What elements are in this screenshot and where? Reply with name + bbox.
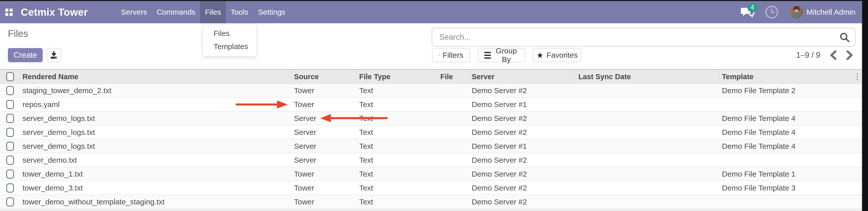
import-button[interactable] — [46, 48, 61, 62]
window-right-edge — [862, 0, 868, 211]
table-row[interactable]: tower_demo_3.txt Tower Text Demo Server … — [0, 181, 862, 195]
cell-source: Tower — [292, 195, 357, 208]
dropdown-item-templates[interactable]: Templates — [203, 40, 256, 53]
row-checkbox[interactable] — [6, 114, 14, 123]
table-row[interactable]: tower_demo_without_template_staging.txt … — [0, 195, 862, 209]
group-by-icon — [484, 52, 491, 59]
nav-item-tools[interactable]: Tools — [226, 1, 253, 23]
user-name[interactable]: Mitchell Admin — [807, 8, 855, 17]
table-header: Rendered Name Source File Type File Serv… — [0, 69, 862, 84]
search-bar — [432, 28, 855, 47]
cell-last-sync-date — [576, 153, 720, 167]
pager-next-button[interactable] — [846, 50, 854, 60]
cell-file-type: Text — [357, 195, 438, 208]
row-checkbox-cell — [0, 140, 20, 153]
column-header-file[interactable]: File — [438, 70, 469, 84]
column-header-rendered-name[interactable]: Rendered Name — [20, 70, 292, 84]
row-checkbox[interactable] — [6, 156, 14, 165]
optional-columns-icon[interactable] — [857, 73, 858, 80]
cell-server: Demo Server #2 — [469, 125, 576, 139]
cell-rendered-name: server_demo_logs.txt — [20, 125, 292, 139]
cell-rendered-name: server_demo_logs.txt — [20, 112, 292, 125]
table-row[interactable]: staging_tower_demo_2.txt Tower Text Demo… — [0, 84, 862, 98]
table-row[interactable]: server_demo.txt Server Text Demo Server … — [0, 153, 862, 167]
brand-title[interactable]: Cetmix Tower — [21, 1, 88, 23]
nav-item-commands[interactable]: Commands — [152, 1, 200, 23]
nav-item-settings[interactable]: Settings — [253, 1, 290, 23]
cell-template — [720, 153, 862, 167]
search-input[interactable] — [432, 28, 855, 47]
page-title: Files — [8, 28, 28, 39]
cell-file-type: Text — [357, 84, 438, 97]
cell-file — [438, 167, 469, 181]
cell-file-type: Text — [357, 181, 438, 194]
search-icon[interactable] — [839, 32, 850, 42]
column-header-source[interactable]: Source — [292, 70, 357, 84]
apps-grid-icon[interactable] — [5, 1, 13, 23]
cell-rendered-name: tower_demo_1.txt — [20, 167, 292, 181]
row-checkbox[interactable] — [6, 170, 14, 179]
nav-item-servers[interactable]: Servers — [116, 1, 152, 23]
cell-source: Tower — [292, 181, 357, 194]
window-top-edge — [0, 0, 868, 1]
pagination-range: 1–9 / 9 — [796, 51, 820, 60]
cell-source: Server — [292, 125, 357, 139]
cell-source: Tower — [292, 167, 357, 181]
row-checkbox[interactable] — [6, 197, 14, 206]
column-header-file-type[interactable]: File Type — [357, 70, 438, 84]
navbar-systray: 4 Mitchell Admin — [741, 1, 855, 23]
favorites-button[interactable]: ★ Favorites — [533, 48, 581, 62]
cell-server: Demo Server #2 — [469, 112, 576, 125]
cell-template: Demo File Template 4 — [720, 140, 862, 153]
column-header-server[interactable]: Server — [469, 70, 576, 84]
row-checkbox-cell — [0, 125, 20, 139]
cell-file-type: Text — [357, 112, 438, 125]
messages-count-badge: 4 — [747, 3, 757, 12]
filter-funnel-icon — [439, 52, 440, 59]
row-checkbox[interactable] — [6, 183, 14, 192]
nav-item-files[interactable]: Files — [200, 1, 226, 23]
dropdown-item-files[interactable]: Files — [203, 27, 256, 40]
row-checkbox[interactable] — [6, 128, 14, 137]
cell-rendered-name: server_demo_logs.txt — [20, 140, 292, 153]
cell-template: Demo File Template 2 — [720, 84, 862, 97]
cell-last-sync-date — [576, 167, 720, 181]
messages-icon[interactable]: 4 — [741, 6, 754, 18]
select-all-checkbox[interactable] — [6, 72, 14, 81]
create-button[interactable]: Create — [8, 48, 43, 62]
row-checkbox[interactable] — [6, 142, 14, 151]
column-header-last-sync-date[interactable]: Last Sync Date — [576, 70, 720, 84]
user-avatar[interactable] — [790, 6, 803, 19]
group-by-button[interactable]: Group By — [478, 48, 525, 62]
filters-button[interactable]: Filters — [432, 48, 470, 62]
cell-last-sync-date — [576, 112, 720, 125]
table-row[interactable]: server_demo_logs.txt Server Text Demo Se… — [0, 140, 862, 153]
select-all-checkbox-cell — [0, 70, 20, 84]
cell-last-sync-date — [576, 84, 720, 97]
cell-file — [438, 125, 469, 139]
table-row[interactable]: server_demo_logs.txt Server Text Demo Se… — [0, 112, 862, 125]
bottom-strip — [0, 209, 862, 211]
pager-previous-button[interactable] — [829, 50, 837, 60]
cell-file — [438, 112, 469, 125]
activities-clock-icon[interactable] — [765, 5, 779, 19]
table-row[interactable]: server_demo_logs.txt Server Text Demo Se… — [0, 125, 862, 140]
app-window: Cetmix Tower Servers Commands Files Tool… — [0, 0, 868, 211]
row-checkbox[interactable] — [6, 86, 14, 95]
cell-rendered-name: server_demo.txt — [20, 153, 292, 167]
table-row[interactable]: repos.yaml Tower Text Demo Server #1 — [0, 98, 862, 112]
cell-source: Server — [292, 112, 357, 125]
cell-last-sync-date — [576, 140, 720, 153]
table-row[interactable]: tower_demo_1.txt Tower Text Demo Server … — [0, 167, 862, 181]
row-checkbox-cell — [0, 153, 20, 167]
cell-file — [438, 140, 469, 153]
row-checkbox[interactable] — [6, 100, 14, 109]
cell-server: Demo Server #1 — [469, 98, 576, 111]
cell-rendered-name: tower_demo_3.txt — [20, 181, 292, 194]
row-checkbox-cell — [0, 84, 20, 97]
cell-file — [438, 84, 469, 97]
cell-file-type: Text — [357, 140, 438, 153]
pagination: 1–9 / 9 — [796, 48, 854, 62]
cell-rendered-name: repos.yaml — [20, 98, 292, 111]
cell-file-type: Text — [357, 98, 438, 111]
